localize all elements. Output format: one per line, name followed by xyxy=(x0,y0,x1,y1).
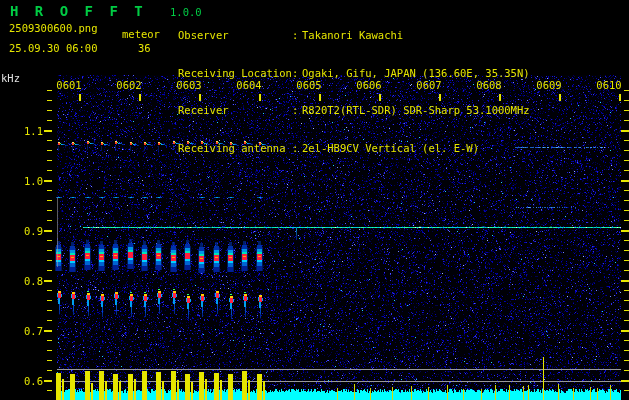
time-tick-label-0610: 0610 xyxy=(585,79,629,91)
freq-axis-unit-label: kHz xyxy=(1,72,20,84)
app-title: H R O F F T xyxy=(10,3,147,19)
info-separator: : xyxy=(292,104,302,117)
freq-tick-label-1.1: 1.1 xyxy=(0,125,43,137)
info-value: Takanori Kawachi xyxy=(302,29,530,42)
info-row-observer: Observer : Takanori Kawachi xyxy=(178,29,530,42)
info-row-location: Receiving Location : Ogaki, Gifu, JAPAN … xyxy=(178,67,530,80)
freq-tick-label-0.7: 0.7 xyxy=(0,325,43,337)
time-tick-label-0606: 0606 xyxy=(345,79,393,91)
info-value: Ogaki, Gifu, JAPAN (136.60E, 35.35N) xyxy=(302,67,530,80)
info-label: Receiving antenna xyxy=(178,142,292,155)
time-tick-label-0603: 0603 xyxy=(165,79,213,91)
freq-tick-label-1.0: 1.0 xyxy=(0,175,43,187)
time-tick-label-0602: 0602 xyxy=(105,79,153,91)
info-label: Observer xyxy=(178,29,292,42)
info-separator: : xyxy=(292,67,302,80)
hrofft-screen: H R O F F T 1.0.0 2509300600.png meteor … xyxy=(0,0,629,400)
info-value: 2el-HB9CV Vertical (el. E-W) xyxy=(302,142,530,155)
time-tick-label-0608: 0608 xyxy=(465,79,513,91)
info-label: Receiving Location xyxy=(178,67,292,80)
info-separator: : xyxy=(292,29,302,42)
info-separator: : xyxy=(292,142,302,155)
info-value: R820T2(RTL-SDR) SDR-Sharp 53.1000MHz xyxy=(302,104,530,117)
info-row-receiver: Receiver : R820T2(RTL-SDR) SDR-Sharp 53.… xyxy=(178,104,530,117)
time-tick-label-0605: 0605 xyxy=(285,79,333,91)
output-filename: 2509300600.png xyxy=(9,22,98,34)
info-row-antenna: Receiving antenna : 2el-HB9CV Vertical (… xyxy=(178,142,530,155)
time-tick-label-0601: 0601 xyxy=(45,79,93,91)
freq-tick-label-0.8: 0.8 xyxy=(0,275,43,287)
meteor-count: 36 xyxy=(138,42,151,54)
time-tick-label-0609: 0609 xyxy=(525,79,573,91)
observation-info-table: Observer : Takanori Kawachi Receiving Lo… xyxy=(178,4,530,179)
time-tick-label-0604: 0604 xyxy=(225,79,273,91)
info-label: Receiver xyxy=(178,104,292,117)
freq-tick-label-0.6: 0.6 xyxy=(0,375,43,387)
datetime-label: 25.09.30 06:00 xyxy=(9,42,98,54)
mode-label: meteor xyxy=(122,28,160,40)
freq-tick-label-0.9: 0.9 xyxy=(0,225,43,237)
time-tick-label-0607: 0607 xyxy=(405,79,453,91)
